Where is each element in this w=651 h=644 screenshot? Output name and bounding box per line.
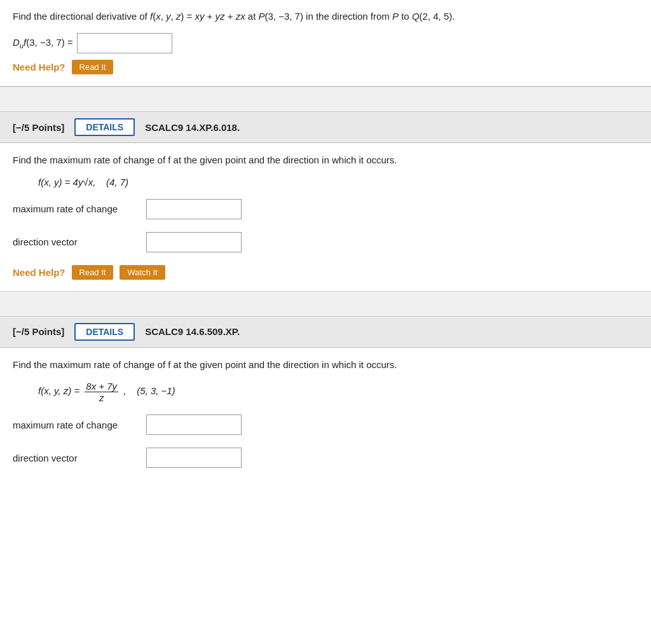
problem-2-id: SCALC9 14.XP.6.018. — [145, 122, 240, 133]
problem-2-text: Find the maximum rate of change of f at … — [13, 153, 638, 168]
direction-vector-label-2: direction vector — [13, 236, 140, 247]
problem-2-body: Find the maximum rate of change of f at … — [0, 143, 651, 291]
read-it-button-2[interactable]: Read It — [72, 265, 114, 280]
problem-1-help-row: Need Help? Read It — [13, 60, 638, 74]
spacer-2 — [0, 291, 651, 317]
problem-1-input-label: Duf(3, −3, 7) = — [13, 37, 73, 50]
problem-3-text: Find the maximum rate of change of f at … — [13, 358, 638, 373]
direction-vector-input-3[interactable] — [146, 448, 242, 468]
need-help-label-2: Need Help? — [13, 267, 65, 278]
max-rate-label-3: maximum rate of change — [13, 420, 140, 430]
problem-3-max-rate-row: maximum rate of change — [13, 414, 638, 435]
fraction-display: 8x + 7y z — [85, 381, 118, 403]
direction-vector-label-3: direction vector — [13, 453, 140, 463]
problem-1-section: Find the directional derivative of f(x, … — [0, 0, 651, 86]
problem-2-math: f(x, y) = 4y√x, (4, 7) — [38, 177, 638, 188]
problem-1-text: Find the directional derivative of f(x, … — [13, 9, 638, 24]
problem-3-direction-row: direction vector — [13, 448, 638, 468]
problem-1-input-row: Duf(3, −3, 7) = — [13, 33, 638, 53]
problem-3-body: Find the maximum rate of change of f at … — [0, 348, 651, 493]
max-rate-input-2[interactable] — [146, 199, 242, 219]
fraction-numerator: 8x + 7y — [85, 381, 118, 392]
watch-it-button-2[interactable]: Watch It — [120, 265, 165, 280]
problem-1-answer-input[interactable] — [77, 33, 172, 53]
problem-3-points: [−/5 Points] — [13, 326, 64, 337]
details-button-3[interactable]: DETAILS — [74, 323, 135, 341]
problem-2-header: [−/5 Points] DETAILS SCALC9 14.XP.6.018. — [0, 112, 651, 143]
problem-3-point: (5, 3, −1) — [137, 385, 175, 396]
spacer-1 — [0, 86, 651, 112]
need-help-label-1: Need Help? — [13, 62, 65, 72]
problem-3-id: SCALC9 14.6.509.XP. — [145, 326, 240, 337]
problem-3-header: [−/5 Points] DETAILS SCALC9 14.6.509.XP. — [0, 317, 651, 348]
max-rate-label-2: maximum rate of change — [13, 203, 140, 214]
problem-2-max-rate-row: maximum rate of change — [13, 199, 638, 219]
fraction-denominator: z — [98, 392, 106, 403]
problem-2-direction-row: direction vector — [13, 232, 638, 252]
problem-3-math: f(x, y, z) = 8x + 7y z , (5, 3, −1) — [38, 381, 638, 403]
details-button-2[interactable]: DETAILS — [74, 118, 135, 136]
max-rate-input-3[interactable] — [146, 414, 242, 435]
read-it-button-1[interactable]: Read It — [72, 60, 114, 74]
direction-vector-input-2[interactable] — [146, 232, 242, 252]
problem-2-points: [−/5 Points] — [13, 122, 64, 133]
problem-2-help-row: Need Help? Read It Watch It — [13, 265, 638, 280]
